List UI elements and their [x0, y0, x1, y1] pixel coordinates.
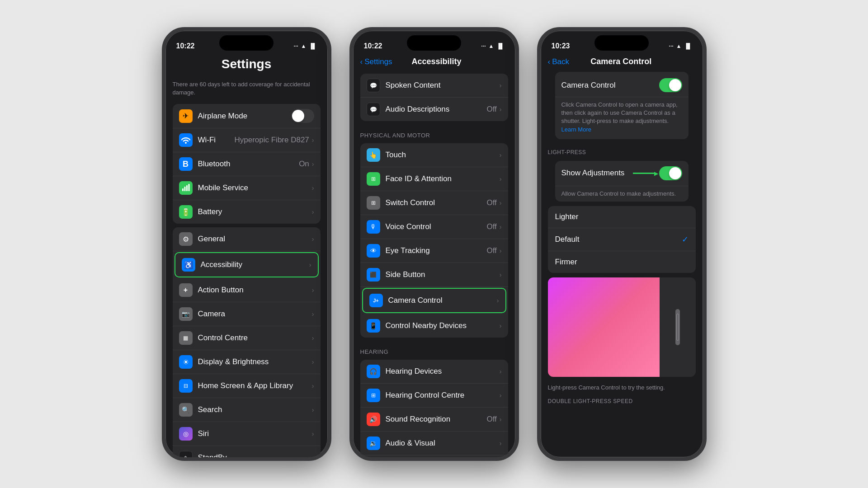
- face-id-icon: ⊞: [367, 172, 380, 186]
- cc-main-group: Camera Control Click Camera Control to o…: [555, 72, 689, 139]
- item-label: Side Button: [386, 270, 500, 279]
- item-label: Control Nearby Devices: [386, 321, 500, 330]
- camera-control-section: Camera Control Click Camera Control to o…: [541, 72, 703, 406]
- phone-1-settings: 10:22 ··· ▲ ▐▌ Settings There are 60 day…: [162, 27, 331, 461]
- airplane-toggle[interactable]: [291, 109, 314, 123]
- camera-preview: [548, 277, 696, 377]
- chevron-icon: ›: [500, 175, 502, 183]
- svg-rect-2: [186, 185, 188, 191]
- chevron-icon: ›: [312, 334, 314, 342]
- dynamic-island-1: [219, 35, 274, 51]
- item-value: Hyperopic Fibre D827: [234, 136, 309, 145]
- preview-pink-area: [548, 277, 660, 377]
- hearing-control-icon: ⊞: [367, 389, 380, 402]
- list-item[interactable]: 🎧 Hearing Devices ›: [360, 360, 508, 384]
- wifi-icon-3: ▲: [676, 43, 682, 49]
- item-label: Camera: [198, 310, 312, 319]
- device-control-button: [675, 309, 680, 345]
- back-button-2[interactable]: ‹ Settings: [360, 57, 392, 66]
- list-item[interactable]: 💬 Spoken Content ›: [360, 74, 508, 98]
- list-item[interactable]: ⊞ Hearing Control Centre ›: [360, 384, 508, 408]
- info-banner: There are 60 days left to add coverage f…: [165, 77, 328, 100]
- list-item[interactable]: + Action Button ›: [173, 278, 321, 302]
- item-label: Display & Brightness: [198, 357, 312, 366]
- side-button-icon: ⬛: [367, 268, 380, 282]
- item-label: Switch Control: [386, 198, 487, 207]
- chevron-icon: ›: [500, 199, 502, 206]
- list-item[interactable]: 🔍 Search ›: [173, 398, 321, 422]
- svg-rect-3: [188, 184, 189, 191]
- list-item[interactable]: ✈ Airplane Mode: [173, 104, 321, 128]
- list-item[interactable]: ▦ Control Centre ›: [173, 326, 321, 350]
- dynamic-island-2: [407, 35, 461, 51]
- list-item[interactable]: 📱 Control Nearby Devices ›: [360, 314, 508, 338]
- list-item[interactable]: ☀ Display & Brightness ›: [173, 350, 321, 374]
- home-screen-icon: ⊟: [179, 379, 193, 393]
- eye-tracking-icon: 👁: [367, 244, 380, 258]
- back-label-3: Back: [552, 57, 569, 66]
- list-item[interactable]: ◈ StandBy ›: [173, 446, 321, 457]
- cc-toggle-row: Camera Control: [555, 72, 689, 97]
- wifi-icon-1: ▲: [301, 43, 307, 49]
- list-item[interactable]: Mobile Service ›: [173, 176, 321, 200]
- list-item[interactable]: ⊞ Switch Control Off ›: [360, 191, 508, 215]
- haptic-lighter[interactable]: Lighter: [548, 206, 696, 228]
- chevron-icon: ›: [312, 286, 314, 294]
- cc-main-toggle[interactable]: [659, 78, 682, 92]
- item-value: Off: [486, 415, 496, 424]
- list-item[interactable]: 👆 Touch ›: [360, 143, 508, 167]
- list-item[interactable]: 👁 Eye Tracking Off ›: [360, 239, 508, 263]
- page-title-1: Settings: [173, 57, 321, 73]
- list-item[interactable]: 🔉 Audio & Visual ›: [360, 432, 508, 455]
- list-item[interactable]: ◎ Siri ›: [173, 422, 321, 446]
- hearing-devices-icon: 🎧: [367, 365, 380, 378]
- list-item[interactable]: ⊞ Face ID & Attention ›: [360, 167, 508, 191]
- chevron-icon: ›: [312, 382, 314, 389]
- camera-control-item[interactable]: J+ Camera Control ›: [362, 288, 506, 313]
- screen-content-3: ‹ Back Camera Control Camera Control Cli…: [541, 55, 703, 457]
- haptic-firmer-label: Firmer: [555, 258, 577, 267]
- cc-toggle-label: Camera Control: [561, 81, 659, 90]
- haptic-lighter-label: Lighter: [555, 212, 579, 221]
- back-button-3[interactable]: ‹ Back: [548, 57, 569, 66]
- haptic-default[interactable]: Default ✓: [548, 228, 696, 251]
- show-adjustments-label: Show Adjustments: [561, 169, 633, 178]
- signal-icon-1: ···: [294, 43, 298, 49]
- learn-more-link[interactable]: Learn More: [561, 126, 591, 133]
- status-icons-3: ··· ▲ ▐▌: [669, 43, 692, 49]
- green-arrow-annotation: ▶: [633, 173, 656, 174]
- list-item[interactable]: Wi-Fi Hyperopic Fibre D827 ›: [173, 128, 321, 152]
- chevron-icon: ›: [500, 247, 502, 254]
- list-item[interactable]: 📷 Camera ›: [173, 302, 321, 326]
- chevron-icon: ›: [312, 184, 314, 192]
- battery-icon: 🔋: [179, 205, 193, 219]
- list-item[interactable]: ⬛ Side Button ›: [360, 263, 508, 287]
- list-item[interactable]: ⊟ Home Screen & App Library ›: [173, 374, 321, 398]
- chevron-icon: ›: [500, 416, 502, 423]
- chevron-icon: ›: [500, 82, 502, 89]
- status-icons-1: ··· ▲ ▐▌: [294, 43, 317, 49]
- wifi-icon-2: ▲: [489, 43, 494, 49]
- list-item[interactable]: ⚙ General ›: [173, 227, 321, 251]
- time-2: 10:22: [364, 42, 382, 50]
- accessibility-item[interactable]: ♿ Accessibility ›: [175, 252, 319, 277]
- section-physical-motor: PHYSICAL AND MOTOR: [353, 125, 515, 141]
- list-item[interactable]: B Bluetooth On ›: [173, 152, 321, 176]
- chevron-icon: ›: [500, 392, 502, 399]
- list-item[interactable]: 💬 Audio Descriptions Off ›: [360, 98, 508, 121]
- list-item[interactable]: 🔊 Sound Recognition Off ›: [360, 408, 508, 432]
- dynamic-island-3: [594, 35, 649, 51]
- cc-desc-text: Click Camera Control to open a camera ap…: [561, 101, 678, 124]
- settings-group-connectivity: ✈ Airplane Mode Wi-Fi Hyperopic Fibre D8…: [173, 104, 321, 224]
- cc-description: Click Camera Control to open a camera ap…: [555, 97, 689, 139]
- show-adjustments-toggle[interactable]: [659, 166, 682, 180]
- item-label: Mobile Service: [198, 183, 312, 192]
- list-item[interactable]: 🎙 Voice Control Off ›: [360, 215, 508, 239]
- audio-visual-icon: 🔉: [367, 436, 380, 450]
- settings-group-hearing: 🎧 Hearing Devices › ⊞ Hearing Control Ce…: [360, 360, 508, 457]
- sound-recognition-icon: 🔊: [367, 413, 380, 426]
- settings-group-top: 💬 Spoken Content › 💬 Audio Descriptions …: [360, 74, 508, 121]
- haptic-firmer[interactable]: Firmer: [548, 251, 696, 273]
- list-item[interactable]: 💬 Subtitles & Captioning ›: [360, 455, 508, 457]
- list-item[interactable]: 🔋 Battery ›: [173, 200, 321, 224]
